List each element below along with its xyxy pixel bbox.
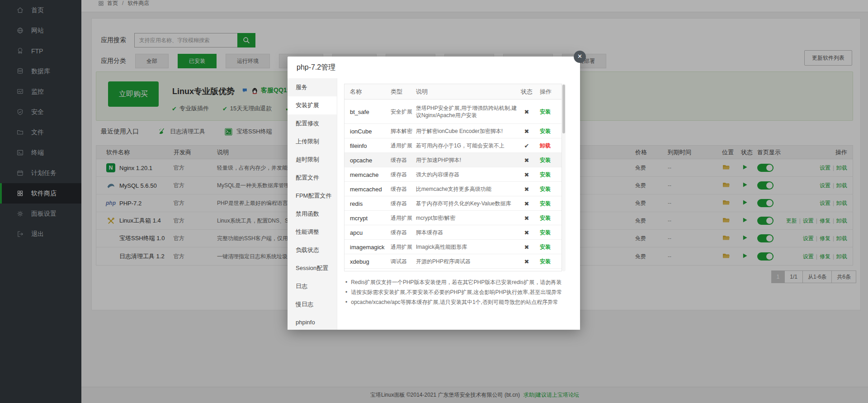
extension-name: memcached (350, 185, 382, 192)
extension-desc: 比memcache支持更多高级功能 (416, 185, 517, 193)
extension-op-安装[interactable]: 安装 (540, 108, 551, 115)
ext-col-type: 类型 (391, 88, 402, 96)
extension-row: memcache缓存器强大的内容缓存器✖安装 (344, 167, 561, 182)
extension-op-安装[interactable]: 安装 (540, 257, 551, 265)
not-installed-icon: ✖ (521, 214, 533, 221)
extension-desc: 基于内存亦可持久化的Key-Value数据库 (416, 200, 517, 207)
extension-name: bt_safe (350, 108, 369, 115)
bullet-icon: • (345, 287, 347, 297)
extension-name: xdebug (350, 258, 369, 265)
modal-tab-上传限制[interactable]: 上传限制 (288, 133, 337, 151)
note-text: 请按实际需求安装扩展,不要安装不必要的PHP扩展,这会影响PHP执行效率,甚至出… (351, 287, 562, 297)
extension-type: 缓存器 (391, 185, 407, 193)
not-installed-icon: ✖ (521, 258, 533, 265)
extension-row: ionCube脚本解密用于解密ionCube Encoder加密脚本!✖安装 (344, 124, 561, 138)
modal-tab-FPM配置文件[interactable]: FPM配置文件 (288, 187, 337, 205)
extension-op-安装[interactable]: 安装 (540, 199, 551, 207)
extension-row: mcrypt通用扩展mcrypt加密/解密✖安装 (344, 211, 561, 225)
note-text: opcache/xcache/apc等脚本缓存扩展,请只安装其中1个,否则可能导… (351, 297, 558, 307)
extension-type: 缓存器 (391, 199, 407, 207)
extension-op-安装[interactable]: 安装 (540, 214, 551, 222)
extension-desc: 脚本缓存器 (416, 229, 517, 236)
modal-tab-phpinfo[interactable]: phpinfo (288, 313, 337, 330)
extension-name: mcrypt (350, 214, 368, 221)
extension-desc: Imagick高性能图形库 (416, 243, 517, 251)
bullet-icon: • (345, 277, 347, 287)
ext-col-name: 名称 (350, 88, 362, 96)
modal-tab-Session配置[interactable]: Session配置 (288, 259, 337, 277)
extension-type: 通用扩展 (391, 214, 412, 222)
modal-tab-禁用函数[interactable]: 禁用函数 (288, 205, 337, 223)
extension-table-header: 名称 类型 说明 状态 操作 (344, 84, 561, 100)
not-installed-icon: ✖ (521, 128, 533, 134)
extension-type: 缓存器 (391, 156, 407, 164)
extension-type: 通用扩展 (391, 142, 412, 149)
extension-op-安装[interactable]: 安装 (540, 243, 551, 251)
extension-row: fileinfo通用扩展若可用内存小于1G，可能会安装不上✔卸载 (344, 138, 561, 153)
extension-name: memcache (350, 171, 379, 178)
extension-desc: 若可用内存小于1G，可能会安装不上 (416, 142, 517, 149)
scrollbar-thumb[interactable] (562, 85, 565, 133)
extension-name: ionCube (350, 128, 372, 134)
modal-note: •Redis扩展仅支持一个PHP版本安装使用，若在其它PHP版本已安装redis… (345, 277, 573, 287)
extension-row: xdebug调试器开源的PHP程序调试器✖安装 (344, 254, 561, 269)
modal-title: php-7.2管理 (288, 57, 580, 78)
extension-desc: 开源的PHP程序调试器 (416, 258, 517, 265)
modal-tab-慢日志[interactable]: 慢日志 (288, 295, 337, 313)
modal-tab-安装扩展[interactable]: 安装扩展 (288, 96, 337, 114)
modal-tab-超时限制[interactable]: 超时限制 (288, 151, 337, 169)
extension-op-安装[interactable]: 安装 (540, 228, 551, 236)
extension-op-卸载[interactable]: 卸载 (540, 142, 551, 149)
php-manage-modal: php-7.2管理 ✕ 服务安装扩展配置修改上传限制超时限制配置文件FPM配置文… (288, 57, 580, 330)
not-installed-icon: ✖ (521, 108, 533, 115)
extension-desc: 堡塔PHP安全扩展,用于增强防跨站机制,建议Nginx/Apache用户安装 (416, 104, 517, 119)
extension-type: 通用扩展 (391, 243, 412, 251)
modal-tab-配置文件[interactable]: 配置文件 (288, 169, 337, 187)
ext-col-desc: 说明 (416, 88, 428, 96)
not-installed-icon: ✖ (521, 171, 533, 178)
modal-tab-负载状态[interactable]: 负载状态 (288, 241, 337, 259)
modal-tab-性能调整[interactable]: 性能调整 (288, 223, 337, 241)
installed-icon: ✔ (521, 142, 533, 149)
modal-content: 名称 类型 说明 状态 操作 bt_safe安全扩展堡塔PHP安全扩展,用于增强… (337, 78, 580, 330)
extension-name: redis (350, 200, 363, 207)
extension-desc: 强大的内容缓存器 (416, 171, 517, 178)
extension-name: imagemagick (350, 243, 385, 250)
modal-note: •opcache/xcache/apc等脚本缓存扩展,请只安装其中1个,否则可能… (345, 297, 573, 307)
not-installed-icon: ✖ (521, 200, 533, 207)
extension-type: 安全扩展 (391, 108, 412, 115)
extension-row: opcache缓存器用于加速PHP脚本!✖安装 (344, 153, 561, 167)
extension-name: apcu (350, 229, 363, 236)
extension-op-安装[interactable]: 安装 (540, 185, 551, 193)
modal-table-scrollbar[interactable] (562, 84, 566, 271)
extension-op-安装[interactable]: 安装 (540, 156, 551, 164)
not-installed-icon: ✖ (521, 243, 533, 250)
ext-col-op: 操作 (540, 88, 552, 96)
extension-op-安装[interactable]: 安装 (540, 127, 551, 135)
extension-row: memcached缓存器比memcache支持更多高级功能✖安装 (344, 182, 561, 196)
close-icon[interactable]: ✕ (574, 51, 586, 63)
extension-desc: 用于解密ionCube Encoder加密脚本! (416, 128, 517, 135)
not-installed-icon: ✖ (521, 185, 533, 192)
extension-type: 脚本解密 (391, 127, 412, 135)
extension-table: 名称 类型 说明 状态 操作 bt_safe安全扩展堡塔PHP安全扩展,用于增强… (344, 84, 562, 271)
extension-desc: mcrypt加密/解密 (416, 214, 517, 222)
modal-note: •请按实际需求安装扩展,不要安装不必要的PHP扩展,这会影响PHP执行效率,甚至… (345, 287, 573, 297)
ext-col-status: 状态 (521, 88, 533, 96)
modal-tab-服务[interactable]: 服务 (288, 78, 337, 96)
extension-type: 调试器 (391, 257, 407, 265)
not-installed-icon: ✖ (521, 156, 533, 163)
extension-name: opcache (350, 156, 372, 163)
modal-tab-配置修改[interactable]: 配置修改 (288, 114, 337, 133)
extension-op-安装[interactable]: 安装 (540, 171, 551, 178)
bullet-icon: • (345, 297, 347, 307)
extension-row: bt_safe安全扩展堡塔PHP安全扩展,用于增强防跨站机制,建议Nginx/A… (344, 100, 561, 124)
extension-desc: 用于加速PHP脚本! (416, 156, 517, 164)
extension-type: 缓存器 (391, 228, 407, 236)
extension-name: fileinfo (350, 142, 367, 149)
extension-row: redis缓存器基于内存亦可持久化的Key-Value数据库✖安装 (344, 196, 561, 211)
not-installed-icon: ✖ (521, 229, 533, 236)
note-text: Redis扩展仅支持一个PHP版本安装使用，若在其它PHP版本已安装redis扩… (351, 277, 561, 287)
modal-tab-日志[interactable]: 日志 (288, 277, 337, 295)
extension-type: 缓存器 (391, 171, 407, 178)
